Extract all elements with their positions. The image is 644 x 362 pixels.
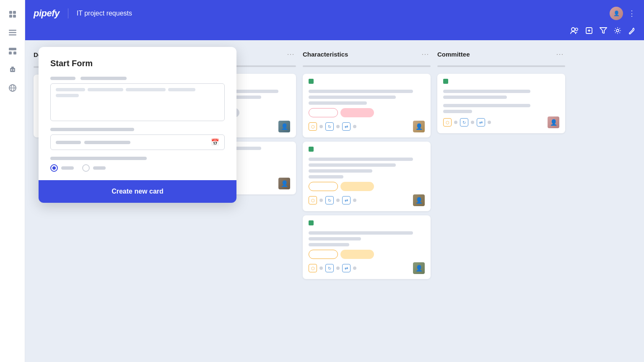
card-line [443,96,507,99]
card-tag-green [309,220,314,225]
badge-fill-orange [340,182,374,191]
settings-icon[interactable] [614,27,621,36]
card-icon-dot [336,199,340,202]
card-icons: ⬡ ↻ ⇄ [443,118,491,127]
card-tag-green [443,79,448,84]
sidebar-item-list[interactable] [5,25,20,40]
card-icon-orange: ⬡ [309,196,317,204]
header-divider [68,8,68,18]
card-line [443,104,530,107]
svg-rect-8 [9,52,12,54]
card-badges [309,108,425,117]
form-date-input[interactable]: 📅 [50,134,225,150]
svg-rect-4 [9,30,16,31]
card-tags [309,220,425,228]
card-icon-dot [319,125,323,128]
card-line [443,90,530,93]
column-menu-committee[interactable]: ⋯ [554,49,565,59]
card-icon-orange: ⬡ [443,118,452,127]
card-line [309,231,413,235]
radio-label-bar [61,166,74,170]
sidebar-item-grid[interactable] [5,7,20,22]
column-header-characteristics: Characteristics ⋯ [303,49,431,59]
column-title-characteristics: Characteristics [303,51,416,58]
form-section-bar [50,128,134,131]
users-icon[interactable] [570,27,579,36]
page-title: IT project requests [77,10,132,17]
card-icon-dot [471,121,474,124]
create-card-label: Create new card [112,188,164,195]
card-line [309,158,413,161]
form-label-row [50,77,225,80]
svg-rect-7 [9,48,16,50]
radio-option-2[interactable] [82,164,106,172]
svg-rect-2 [9,15,12,18]
svg-rect-0 [9,11,12,14]
card-icons: ⬡ ↻ ⇄ [309,196,356,204]
sidebar [0,0,25,362]
card-icon-orange: ⬡ [309,122,317,131]
card-avatar: 👤 [548,116,559,128]
card-icon-blue2: ⇄ [342,196,351,204]
card-tags [443,79,559,86]
card-line [309,175,343,178]
svg-point-12 [11,70,12,71]
column-committee: Committee ⋯ ⬡ ↻ [437,49,565,354]
card-footer: ⬡ ↻ ⇄ 👤 [309,194,425,206]
header-actions: 👤 ⋮ [610,7,636,20]
form-textarea[interactable] [50,83,225,121]
badge-outline-orange [309,250,338,259]
card-icon-dot [454,121,457,124]
card-icon-dot [319,266,323,270]
card-avatar: 👤 [413,262,425,274]
card-icon-dot [488,121,491,124]
svg-rect-1 [13,11,16,14]
column-title-committee: Committee [437,51,551,58]
card-badges [309,250,425,259]
import-icon[interactable] [585,27,593,36]
svg-rect-10 [10,68,15,72]
create-card-button[interactable]: Create new card [39,180,236,203]
svg-rect-9 [13,52,16,54]
form-radio-group [50,164,225,172]
column-bar-characteristics [303,65,431,67]
card-tags [309,79,425,86]
user-avatar[interactable]: 👤 [610,7,623,20]
card-footer: ⬡ ↻ ⇄ 👤 [309,262,425,274]
form-row-label1 [50,77,225,121]
column-bar-committee [437,65,565,67]
card-avatar: 👤 [413,194,425,206]
column-menu-pending[interactable]: ⋯ [285,49,296,59]
svg-rect-5 [9,32,16,34]
card-line [309,96,396,99]
card-line [309,101,367,105]
calendar-icon[interactable]: 📅 [211,138,219,146]
card-icon-dot [336,125,340,128]
card: ⬡ ↻ ⇄ 👤 [437,74,565,133]
card-icon-blue: ↻ [325,196,334,204]
radio-button-2[interactable] [82,164,90,172]
svg-point-18 [575,28,578,31]
card-icon-dot [319,199,323,202]
date-placeholder-blocks [56,141,208,144]
more-options-icon[interactable]: ⋮ [628,9,636,18]
sidebar-item-globe[interactable] [5,80,20,96]
start-form-modal: Start Form [39,47,236,203]
tools-icon[interactable] [628,27,636,36]
filter-icon[interactable] [600,27,607,36]
card-icon-dot [353,199,356,202]
sidebar-item-layout[interactable] [5,44,20,59]
radio-button-1[interactable] [50,164,58,172]
badge-fill-pink [340,108,374,117]
card-icon-blue2: ⇄ [342,264,351,272]
column-menu-characteristics[interactable]: ⋯ [420,49,431,59]
header: pipefy IT project requests 👤 ⋮ [25,0,644,27]
form-row-date: 📅 [50,134,225,150]
sidebar-item-bot[interactable] [5,62,20,77]
card-icons: ⬡ ↻ ⇄ [309,122,356,131]
card-icons: ⬡ ↻ ⇄ [309,264,356,272]
card-icon-dot [353,125,356,128]
card: ⬡ ↻ ⇄ 👤 [303,74,431,137]
card-avatar: 👤 [413,121,425,132]
radio-option-1[interactable] [50,164,74,172]
